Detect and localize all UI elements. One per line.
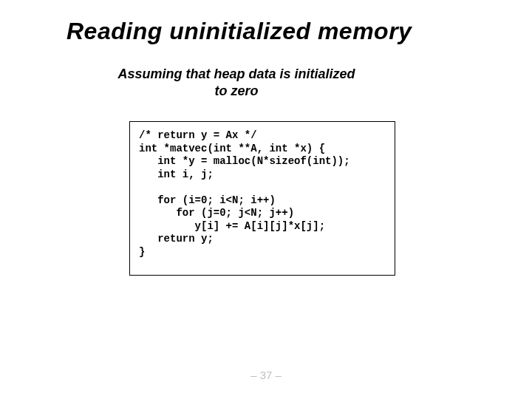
- slide-title: Reading uninitialized memory: [0, 0, 532, 45]
- slide-subtitle: Assuming that heap data is initialized t…: [0, 66, 532, 99]
- subtitle-line-2: to zero: [214, 83, 258, 98]
- subtitle-line-1: Assuming that heap data is initialized: [117, 66, 355, 81]
- page-number: – 37 –: [0, 369, 532, 381]
- code-block: /* return y = Ax */ int *matvec(int **A,…: [129, 121, 395, 276]
